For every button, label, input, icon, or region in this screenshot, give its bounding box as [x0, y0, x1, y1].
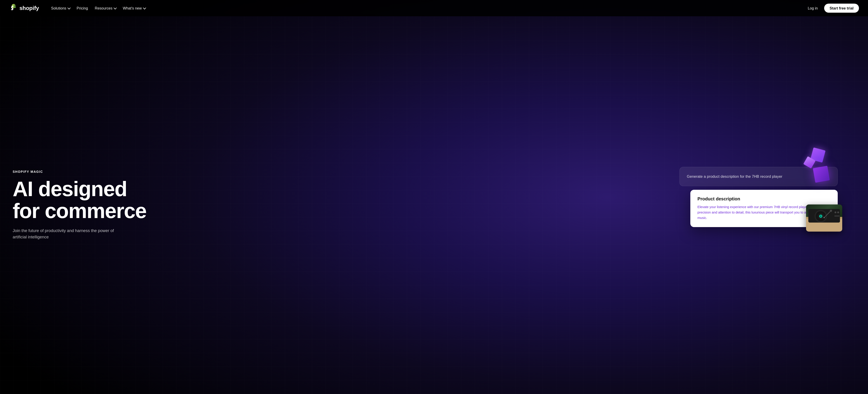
brand-name: shopify	[20, 5, 39, 11]
logo-link[interactable]: shopify	[9, 4, 39, 12]
svg-point-15	[837, 211, 839, 213]
svg-point-14	[835, 211, 836, 213]
svg-point-10	[820, 216, 821, 217]
record-player-thumbnail	[806, 205, 842, 232]
hero-title: AI designed for commerce	[13, 178, 146, 222]
pricing-nav-item[interactable]: Pricing	[74, 4, 91, 12]
hero-content: SHOPIFY MAGIC AI designed for commerce J…	[0, 155, 159, 255]
resources-nav-item[interactable]: Resources	[92, 4, 119, 12]
whats-new-nav-item[interactable]: What's new	[120, 4, 149, 12]
resources-chevron-icon	[114, 6, 117, 9]
nav-right: Log in Start free trial	[805, 4, 859, 13]
svg-point-13	[824, 217, 825, 218]
whats-new-chevron-icon	[143, 6, 146, 9]
login-button[interactable]: Log in	[805, 4, 820, 12]
solutions-chevron-icon	[67, 6, 70, 9]
gem-icon-3	[813, 166, 830, 183]
turntable-svg-icon	[806, 205, 842, 232]
shopify-logo-icon	[9, 4, 18, 12]
hero-section: SHOPIFY MAGIC AI designed for commerce J…	[0, 0, 868, 394]
navbar: shopify Solutions Pricing Resources What…	[0, 0, 868, 16]
prompt-card-text: Generate a product description for the 7…	[687, 174, 782, 179]
solutions-nav-item[interactable]: Solutions	[48, 4, 73, 12]
hero-visual: Generate a product description for the 7…	[680, 167, 838, 227]
svg-point-12	[830, 210, 832, 212]
hero-eyebrow: SHOPIFY MAGIC	[13, 170, 146, 174]
result-card: Product description Elevate your listeni…	[690, 190, 838, 227]
start-trial-button[interactable]: Start free trial	[824, 4, 859, 13]
hero-subtitle: Join the future of productivity and harn…	[13, 228, 126, 240]
result-card-title: Product description	[698, 196, 831, 201]
nav-links: Solutions Pricing Resources What's new	[48, 4, 805, 12]
svg-rect-16	[834, 215, 840, 217]
